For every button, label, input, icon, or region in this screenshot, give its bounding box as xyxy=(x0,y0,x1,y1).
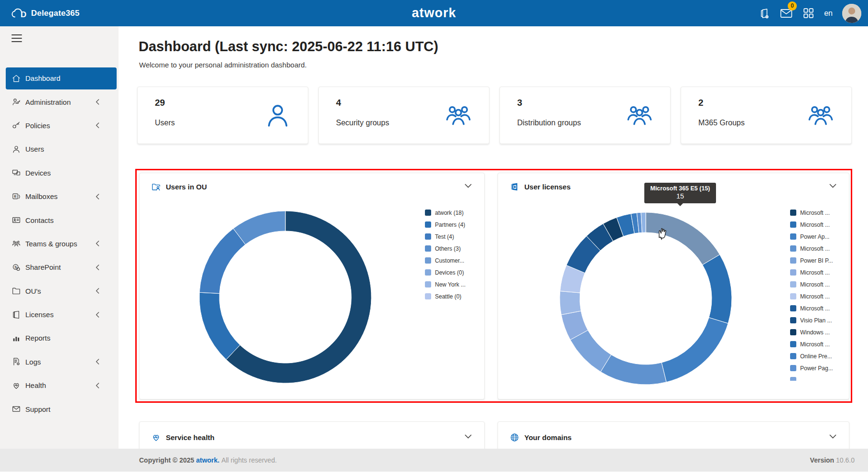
sidebar-item-label: Devices xyxy=(25,169,51,177)
tooltip-title: Microsoft 365 E5 (15) xyxy=(650,185,710,192)
legend-label: Power Ap... xyxy=(800,233,829,240)
devices-icon xyxy=(11,168,21,177)
sidebar-item-support[interactable]: Support xyxy=(0,397,119,420)
legend-item[interactable]: Microsoft ... xyxy=(790,338,833,350)
legend-item[interactable]: Devices (0) xyxy=(425,266,466,278)
collapse-chevron-icon[interactable] xyxy=(829,184,836,188)
sidebar-item-label: Mailboxes xyxy=(25,192,58,200)
user-avatar[interactable] xyxy=(842,4,861,23)
legend-item[interactable]: Online Pre... xyxy=(790,350,833,362)
legend-item[interactable]: Microsoft ... xyxy=(790,266,833,278)
chevron-left-icon xyxy=(96,122,99,129)
legend-item[interactable]: Partners (4) xyxy=(425,219,466,231)
legend-label: Microsoft ... xyxy=(800,305,830,312)
legend-label: atwork (18) xyxy=(435,210,464,216)
legend-item[interactable]: Microsoft ... xyxy=(790,278,833,290)
sidebar-item-reports[interactable]: Reports xyxy=(0,326,119,350)
sidebar-item-devices[interactable]: Devices xyxy=(0,161,119,185)
stat-card-distribution-groups[interactable]: 3 Distribution groups xyxy=(499,87,671,144)
office-icon xyxy=(11,310,21,320)
group-icon xyxy=(625,103,654,128)
legend-item[interactable]: Power Ap... xyxy=(790,231,833,243)
legend-item[interactable]: Windows ... xyxy=(790,326,833,338)
legend-label: Microsoft ... xyxy=(800,293,830,300)
legend-label: Microsoft ... xyxy=(800,269,830,276)
donut-segment[interactable] xyxy=(641,212,646,232)
legend-swatch xyxy=(790,221,796,228)
expand-chevron-icon[interactable] xyxy=(829,434,836,439)
collapse-chevron-icon[interactable] xyxy=(465,184,472,188)
user-icon xyxy=(264,101,292,129)
legend-label: Devices (0) xyxy=(435,269,464,276)
version-text: Version 10.6.0 xyxy=(810,456,855,464)
chevron-left-icon xyxy=(96,193,99,199)
top-bar: D Delegate365 atwork 0 en xyxy=(0,0,868,26)
legend-item[interactable]: Microsoft ... xyxy=(790,302,833,314)
legend-item[interactable]: Customer... xyxy=(425,254,466,266)
sidebar-item-label: Administration xyxy=(25,98,71,106)
donut-segment[interactable] xyxy=(646,212,720,265)
atwork-link[interactable]: atwork. xyxy=(196,456,219,464)
person-key-icon xyxy=(11,97,21,107)
sidebar-item-mailboxes[interactable]: EMailboxes xyxy=(0,185,119,208)
hamburger-menu-icon[interactable] xyxy=(11,34,22,43)
sidebar-item-administration[interactable]: Administration xyxy=(0,90,119,113)
legend-swatch xyxy=(790,257,796,264)
stat-card-m365-groups[interactable]: 2 M365 Groups xyxy=(681,87,852,144)
expand-chevron-icon[interactable] xyxy=(465,434,472,439)
legend-item[interactable]: Microsoft ... xyxy=(790,290,833,302)
legend-item[interactable]: Seattle (0) xyxy=(425,290,466,302)
legend-swatch xyxy=(790,245,796,252)
legend-item[interactable]: Microsoft ... xyxy=(790,219,833,231)
donut-segment[interactable] xyxy=(199,292,240,359)
legend-item[interactable]: New York ... xyxy=(425,278,466,290)
sidebar-item-label: Contacts xyxy=(25,216,54,224)
sidebar-item-users[interactable]: Users xyxy=(0,137,119,161)
sidebar-item-contacts[interactable]: Contacts xyxy=(0,208,119,232)
chevron-left-icon xyxy=(96,241,99,247)
sidebar-item-label: Logs xyxy=(25,358,41,366)
donut-segment[interactable] xyxy=(703,254,732,323)
mail-icon[interactable]: 0 xyxy=(780,7,792,20)
card-title: Users in OU xyxy=(166,183,207,191)
legend-item[interactable]: Microsoft ... xyxy=(790,243,833,254)
sidebar-item-health[interactable]: Health xyxy=(0,374,119,397)
key-icon xyxy=(11,121,21,130)
sidebar-item-label: Licenses xyxy=(25,310,54,319)
legend-item[interactable]: Power Pag... xyxy=(790,362,833,374)
sidebar-item-licenses[interactable]: Licenses xyxy=(0,303,119,326)
sidebar-item-sharepoint[interactable]: SSharePoint xyxy=(0,255,119,279)
donut-segment[interactable] xyxy=(560,291,581,314)
legend-swatch xyxy=(425,221,431,228)
office-portal-icon[interactable] xyxy=(758,7,770,20)
sidebar-item-policies[interactable]: Policies xyxy=(0,114,119,137)
stat-card-security-groups[interactable]: 4 Security groups xyxy=(318,87,489,144)
sidebar-item-ou-s[interactable]: OU's xyxy=(0,279,119,303)
tooltip-value: 15 xyxy=(650,192,710,200)
legend-item-partial xyxy=(790,377,796,381)
app-grid-icon[interactable] xyxy=(802,7,814,20)
legend-item[interactable]: Power BI P... xyxy=(790,254,833,266)
sidebar-item-label: Users xyxy=(25,145,44,153)
donut-segment[interactable] xyxy=(199,229,245,294)
contact-card-icon xyxy=(11,215,21,225)
sidebar-item-logs[interactable]: Logs xyxy=(0,350,119,374)
donut-segment[interactable] xyxy=(601,354,667,385)
mailbox-icon: E xyxy=(11,192,21,201)
language-selector[interactable]: en xyxy=(824,9,833,18)
legend-item[interactable]: Microsoft ... xyxy=(790,207,833,219)
legend-item[interactable]: Test (4) xyxy=(425,231,466,243)
sidebar-item-label: Reports xyxy=(25,334,51,342)
legend-item[interactable]: Others (3) xyxy=(425,243,466,254)
legend-swatch xyxy=(790,365,796,371)
legend-item[interactable]: Visio Plan ... xyxy=(790,314,833,326)
stat-value: 2 xyxy=(698,98,704,108)
donut-segment[interactable] xyxy=(662,318,728,382)
home-icon xyxy=(11,74,21,83)
ou-users-icon xyxy=(151,182,161,192)
legend-item[interactable]: atwork (18) xyxy=(425,207,466,219)
legend-label: Power BI P... xyxy=(800,257,833,264)
sidebar-item-teams-groups[interactable]: Teams & groups xyxy=(0,232,119,255)
stat-card-users[interactable]: 29 Users xyxy=(137,87,308,144)
sidebar-item-dashboard[interactable]: Dashboard xyxy=(6,67,117,89)
